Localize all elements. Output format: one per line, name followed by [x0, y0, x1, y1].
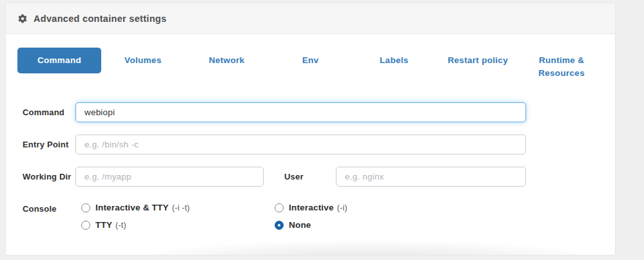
radio-interactive-tty[interactable]: Interactive & TTY (-i -t) [81, 203, 275, 212]
radio-tty[interactable]: TTY (-t) [81, 220, 275, 230]
user-label: User [284, 167, 336, 181]
radio-none[interactable]: None [275, 220, 347, 230]
panel-bottom-shadow [122, 239, 612, 255]
console-label: Console [23, 199, 75, 215]
radio-button-icon[interactable] [275, 203, 284, 212]
workingdir-label: Working Dir [23, 167, 75, 183]
entrypoint-row: Entry Point [17, 135, 603, 154]
panel-body: Command Volumes Network Env Labels Resta… [6, 34, 615, 230]
panel-header: Advanced container settings [6, 3, 615, 34]
radio-button-icon[interactable] [81, 221, 90, 230]
radio-button-icon[interactable] [275, 221, 284, 230]
entrypoint-label: Entry Point [23, 135, 75, 151]
panel-title: Advanced container settings [34, 14, 166, 24]
tab-labels[interactable]: Labels [352, 48, 436, 73]
user-input[interactable] [336, 167, 526, 187]
tab-command[interactable]: Command [17, 48, 101, 73]
command-input[interactable] [75, 102, 526, 122]
workingdir-input[interactable] [75, 167, 264, 187]
radio-button-icon[interactable] [81, 203, 90, 212]
command-row: Command [17, 102, 603, 122]
tab-bar: Command Volumes Network Env Labels Resta… [17, 48, 603, 86]
tab-restart-policy[interactable]: Restart policy [436, 48, 520, 73]
radio-interactive[interactable]: Interactive (-i) [275, 203, 347, 212]
console-row: Console Interactive & TTY (-i -t) Intera… [17, 199, 603, 230]
tab-env[interactable]: Env [269, 48, 353, 73]
tab-network[interactable]: Network [185, 48, 269, 73]
entrypoint-input[interactable] [75, 135, 526, 154]
advanced-container-settings-panel: Advanced container settings Command Volu… [5, 3, 616, 255]
tab-runtime-resources[interactable]: Runtime & Resources [520, 48, 603, 86]
tab-volumes[interactable]: Volumes [101, 48, 185, 73]
command-label: Command [23, 102, 75, 118]
gear-icon [18, 14, 27, 23]
workingdir-user-row: Working Dir User [17, 167, 603, 187]
console-options: Interactive & TTY (-i -t) Interactive (-… [75, 199, 347, 230]
